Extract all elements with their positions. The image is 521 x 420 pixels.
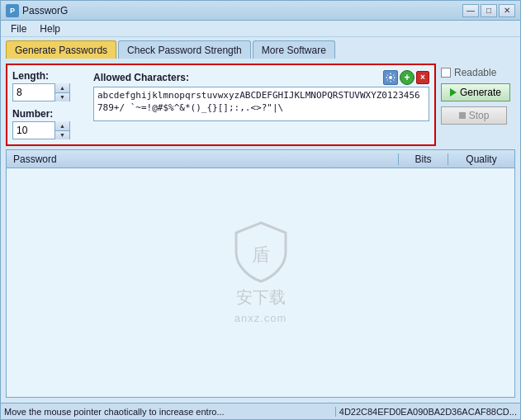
play-icon [450,88,457,97]
status-bar: Move the mouse pointer chaotically to in… [1,403,520,419]
allowed-icons: + × [383,70,429,85]
col-quality: Quality [448,153,514,165]
svg-point-0 [389,76,392,79]
watermark-cn: 安下载 [236,286,286,309]
maximize-button[interactable]: □ [481,4,497,17]
close-button[interactable]: ✕ [499,4,515,17]
config-right: Allowed Characters: [93,70,429,121]
watermark-en: anxz.com [234,312,287,324]
config-row: Length: ▲ ▼ Number: [12,70,429,139]
number-up-button[interactable]: ▲ [55,121,69,131]
table-header: Password Bits Quality [7,150,514,168]
length-up-button[interactable]: ▲ [55,83,69,93]
number-label: Number: [12,108,87,120]
allowed-label: Allowed Characters: [93,72,189,83]
length-spinner-buttons: ▲ ▼ [54,83,69,101]
menu-bar: File Help [1,21,520,37]
gear-icon [386,73,395,83]
number-group: Number: ▲ ▼ [12,108,87,139]
tab-check[interactable]: Check Password Strength [118,40,251,59]
col-bits: Bits [399,153,448,165]
add-icon-button[interactable]: + [400,70,414,85]
length-input[interactable] [13,84,54,101]
main-window: P PassworG — □ ✕ File Help Generate Pass… [0,0,521,420]
col-password: Password [7,153,399,165]
config-panel: Length: ▲ ▼ Number: [6,64,436,146]
menu-help[interactable]: Help [33,21,67,36]
generate-label: Generate [460,87,501,98]
settings-icon-button[interactable] [383,70,398,85]
app-icon: P [6,4,19,17]
remove-icon-button[interactable]: × [416,71,429,84]
top-section: Length: ▲ ▼ Number: [6,64,515,146]
readable-label: Readable [454,67,496,78]
length-spinner: ▲ ▼ [12,83,70,101]
readable-row: Readable [441,67,496,78]
results-area: Password Bits Quality 盾 安下载 anxz.com [6,149,515,398]
window-title: PassworG [22,5,68,17]
right-controls: Readable Generate Stop [441,64,515,146]
tab-more[interactable]: More Software [253,40,335,59]
window-controls: — □ ✕ [462,4,515,17]
main-content: Length: ▲ ▼ Number: [1,59,520,403]
title-bar: P PassworG — □ ✕ [1,1,520,21]
generate-button[interactable]: Generate [441,83,510,101]
number-spinner: ▲ ▼ [12,121,70,139]
readable-checkbox[interactable] [441,68,451,78]
watermark-shield-icon: 盾 [232,221,290,283]
number-input[interactable] [13,122,54,139]
status-right: 4D22C84EFD0EA090BA2D36ACAF88CD... [336,407,517,417]
table-body: 盾 安下载 anxz.com [7,168,514,397]
title-bar-left: P PassworG [6,4,68,17]
stop-button[interactable]: Stop [441,106,507,125]
minimize-button[interactable]: — [462,4,479,17]
stop-icon [459,112,466,119]
tab-bar: Generate Passwords Check Password Streng… [1,37,520,59]
svg-text:盾: 盾 [252,244,270,265]
watermark: 盾 安下载 anxz.com [232,221,290,324]
length-group: Length: ▲ ▼ [12,70,87,101]
stop-label: Stop [469,110,490,121]
number-down-button[interactable]: ▼ [55,131,69,140]
menu-file[interactable]: File [4,21,33,36]
length-label: Length: [12,70,87,82]
number-spinner-buttons: ▲ ▼ [54,121,69,139]
config-left: Length: ▲ ▼ Number: [12,70,87,139]
allowed-header: Allowed Characters: [93,70,429,85]
tab-generate[interactable]: Generate Passwords [6,40,116,59]
length-down-button[interactable]: ▼ [55,93,69,102]
status-left: Move the mouse pointer chaotically to in… [4,407,336,417]
allowed-chars-textarea[interactable]: abcdefghijklmnopqrstuvwxyzABCDEFGHIJKLMN… [93,87,429,121]
